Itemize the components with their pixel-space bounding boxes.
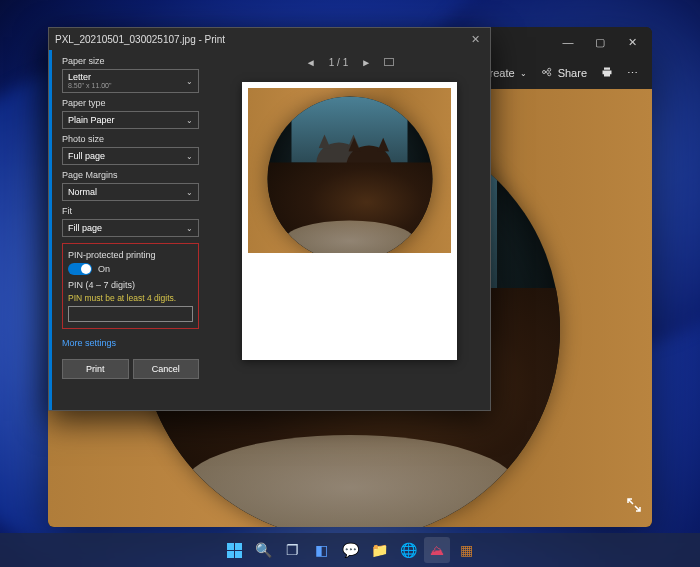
prev-page-button[interactable]: ◄ [305,56,317,68]
cancel-button[interactable]: Cancel [133,359,200,379]
margins-value: Normal [68,187,97,197]
preview-toolbar: ◄ 1 / 1 ► [209,50,490,74]
chevron-down-icon: ⌄ [520,69,527,78]
chevron-down-icon: ⌄ [186,116,193,125]
preview-image [248,88,451,253]
print-button[interactable]: Print [62,359,129,379]
paper-type-dropdown[interactable]: Plain Paper ⌄ [62,111,199,129]
widgets-button[interactable]: ◧ [308,537,334,563]
window-maximize-button[interactable]: ▢ [584,27,616,57]
window-close-button[interactable]: ✕ [616,27,648,57]
paper-size-sub: 8.50" x 11.00" [68,82,112,89]
chat-icon: 💬 [342,542,359,558]
task-view-button[interactable]: ❐ [279,537,305,563]
paper-type-value: Plain Paper [68,115,115,125]
paper-size-label: Paper size [62,56,199,66]
print-button[interactable] [601,66,613,80]
search-icon: 🔍 [255,542,272,558]
photos-icon: ⛰ [430,542,444,558]
print-preview-panel: ◄ 1 / 1 ► [209,50,490,410]
preview-page [242,82,457,360]
preview-area [209,74,490,410]
chevron-down-icon: ⌄ [186,77,193,86]
photo-size-label: Photo size [62,134,199,144]
dialog-title: PXL_20210501_030025107.jpg - Print [55,34,225,45]
dialog-titlebar: PXL_20210501_030025107.jpg - Print ✕ [49,28,490,50]
share-icon [541,66,553,80]
pin-error-message: PIN must be at least 4 digits. [68,293,193,303]
share-button[interactable]: Share [541,66,587,80]
chevron-down-icon: ⌄ [186,224,193,233]
page-indicator: 1 / 1 [329,57,348,68]
fit-label: Fit [62,206,199,216]
print-dialog: PXL_20210501_030025107.jpg - Print ✕ Pap… [48,27,491,411]
chevron-down-icon: ⌄ [186,152,193,161]
taskbar-app[interactable]: 💬 [337,537,363,563]
pin-input[interactable] [68,306,193,322]
more-settings-link[interactable]: More settings [62,338,199,348]
taskbar-app[interactable]: ▦ [453,537,479,563]
margins-label: Page Margins [62,170,199,180]
margins-dropdown[interactable]: Normal ⌄ [62,183,199,201]
printer-icon [601,66,613,80]
dialog-close-button[interactable]: ✕ [466,33,484,46]
pin-protected-section: PIN-protected printing On PIN (4 – 7 dig… [62,243,199,329]
fit-page-icon[interactable] [384,58,394,66]
next-page-button[interactable]: ► [360,56,372,68]
pin-hint: PIN (4 – 7 digits) [68,280,193,290]
start-button[interactable] [221,537,247,563]
taskbar: 🔍 ❐ ◧ 💬 📁 🌐 ⛰ ▦ [0,533,700,567]
print-options-panel: Paper size Letter 8.50" x 11.00" ⌄ Paper… [49,50,209,410]
more-button[interactable]: ⋯ [627,67,638,80]
folder-icon: 📁 [371,542,388,558]
taskbar-app-explorer[interactable]: 📁 [366,537,392,563]
fullscreen-icon[interactable] [626,497,642,517]
more-icon: ⋯ [627,67,638,80]
windows-logo-icon [227,543,242,558]
share-label: Share [558,67,587,79]
chevron-down-icon: ⌄ [186,188,193,197]
task-view-icon: ❐ [286,542,299,558]
window-minimize-button[interactable]: ― [552,27,584,57]
fit-dropdown[interactable]: Fill page ⌄ [62,219,199,237]
search-button[interactable]: 🔍 [250,537,276,563]
taskbar-app-photos[interactable]: ⛰ [424,537,450,563]
widgets-icon: ◧ [315,542,328,558]
photo-size-dropdown[interactable]: Full page ⌄ [62,147,199,165]
pin-section-label: PIN-protected printing [68,250,193,260]
app-icon: ▦ [460,542,473,558]
paper-size-dropdown[interactable]: Letter 8.50" x 11.00" ⌄ [62,69,199,93]
paper-type-label: Paper type [62,98,199,108]
edge-icon: 🌐 [400,542,417,558]
photo-size-value: Full page [68,151,105,161]
pin-toggle[interactable] [68,263,92,275]
taskbar-app-edge[interactable]: 🌐 [395,537,421,563]
paper-size-value: Letter [68,73,112,83]
fit-value: Fill page [68,223,102,233]
pin-toggle-state: On [98,264,110,274]
